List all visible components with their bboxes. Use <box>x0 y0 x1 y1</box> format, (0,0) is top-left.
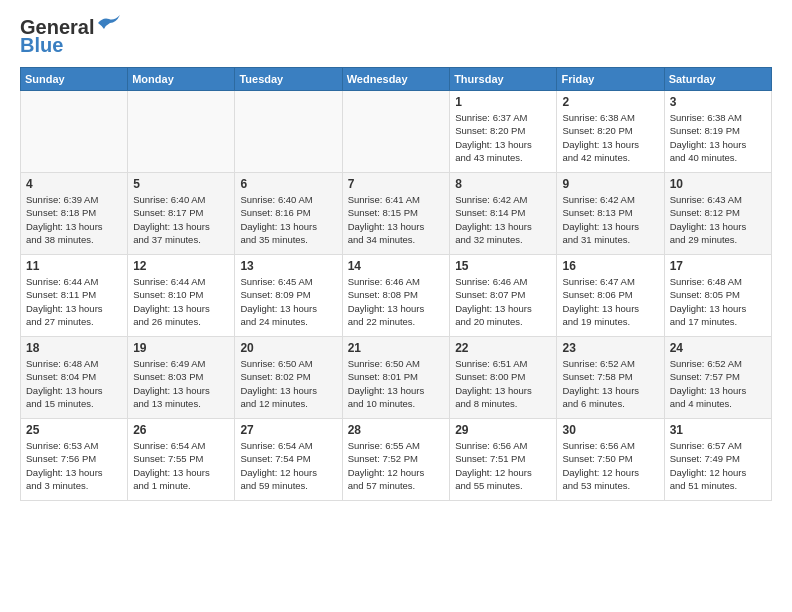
day-info: Sunrise: 6:48 AM Sunset: 8:04 PM Dayligh… <box>26 357 122 410</box>
day-number: 24 <box>670 341 766 355</box>
day-number: 9 <box>562 177 658 191</box>
calendar-cell: 10Sunrise: 6:43 AM Sunset: 8:12 PM Dayli… <box>664 173 771 255</box>
day-number: 10 <box>670 177 766 191</box>
calendar-cell: 25Sunrise: 6:53 AM Sunset: 7:56 PM Dayli… <box>21 419 128 501</box>
day-number: 23 <box>562 341 658 355</box>
calendar-cell: 11Sunrise: 6:44 AM Sunset: 8:11 PM Dayli… <box>21 255 128 337</box>
day-number: 18 <box>26 341 122 355</box>
day-info: Sunrise: 6:44 AM Sunset: 8:11 PM Dayligh… <box>26 275 122 328</box>
calendar-cell: 4Sunrise: 6:39 AM Sunset: 8:18 PM Daylig… <box>21 173 128 255</box>
calendar-cell: 15Sunrise: 6:46 AM Sunset: 8:07 PM Dayli… <box>450 255 557 337</box>
calendar-week-row: 4Sunrise: 6:39 AM Sunset: 8:18 PM Daylig… <box>21 173 772 255</box>
logo-bird-icon <box>98 15 120 31</box>
calendar-cell: 3Sunrise: 6:38 AM Sunset: 8:19 PM Daylig… <box>664 91 771 173</box>
weekday-header: Wednesday <box>342 68 449 91</box>
calendar-cell: 23Sunrise: 6:52 AM Sunset: 7:58 PM Dayli… <box>557 337 664 419</box>
day-info: Sunrise: 6:57 AM Sunset: 7:49 PM Dayligh… <box>670 439 766 492</box>
calendar-cell: 17Sunrise: 6:48 AM Sunset: 8:05 PM Dayli… <box>664 255 771 337</box>
calendar-header: SundayMondayTuesdayWednesdayThursdayFrid… <box>21 68 772 91</box>
calendar-cell <box>342 91 449 173</box>
day-info: Sunrise: 6:56 AM Sunset: 7:50 PM Dayligh… <box>562 439 658 492</box>
day-info: Sunrise: 6:38 AM Sunset: 8:19 PM Dayligh… <box>670 111 766 164</box>
day-number: 15 <box>455 259 551 273</box>
day-info: Sunrise: 6:40 AM Sunset: 8:16 PM Dayligh… <box>240 193 336 246</box>
day-info: Sunrise: 6:39 AM Sunset: 8:18 PM Dayligh… <box>26 193 122 246</box>
day-info: Sunrise: 6:50 AM Sunset: 8:02 PM Dayligh… <box>240 357 336 410</box>
day-number: 20 <box>240 341 336 355</box>
day-number: 22 <box>455 341 551 355</box>
day-info: Sunrise: 6:45 AM Sunset: 8:09 PM Dayligh… <box>240 275 336 328</box>
day-info: Sunrise: 6:38 AM Sunset: 8:20 PM Dayligh… <box>562 111 658 164</box>
calendar-cell: 18Sunrise: 6:48 AM Sunset: 8:04 PM Dayli… <box>21 337 128 419</box>
day-info: Sunrise: 6:54 AM Sunset: 7:54 PM Dayligh… <box>240 439 336 492</box>
day-info: Sunrise: 6:46 AM Sunset: 8:08 PM Dayligh… <box>348 275 444 328</box>
calendar-cell: 29Sunrise: 6:56 AM Sunset: 7:51 PM Dayli… <box>450 419 557 501</box>
calendar-cell: 16Sunrise: 6:47 AM Sunset: 8:06 PM Dayli… <box>557 255 664 337</box>
calendar-cell <box>235 91 342 173</box>
day-number: 21 <box>348 341 444 355</box>
calendar-cell: 22Sunrise: 6:51 AM Sunset: 8:00 PM Dayli… <box>450 337 557 419</box>
calendar-cell: 30Sunrise: 6:56 AM Sunset: 7:50 PM Dayli… <box>557 419 664 501</box>
day-info: Sunrise: 6:56 AM Sunset: 7:51 PM Dayligh… <box>455 439 551 492</box>
day-info: Sunrise: 6:43 AM Sunset: 8:12 PM Dayligh… <box>670 193 766 246</box>
day-info: Sunrise: 6:50 AM Sunset: 8:01 PM Dayligh… <box>348 357 444 410</box>
day-info: Sunrise: 6:41 AM Sunset: 8:15 PM Dayligh… <box>348 193 444 246</box>
day-number: 14 <box>348 259 444 273</box>
day-info: Sunrise: 6:37 AM Sunset: 8:20 PM Dayligh… <box>455 111 551 164</box>
calendar-cell: 24Sunrise: 6:52 AM Sunset: 7:57 PM Dayli… <box>664 337 771 419</box>
calendar-cell: 8Sunrise: 6:42 AM Sunset: 8:14 PM Daylig… <box>450 173 557 255</box>
day-info: Sunrise: 6:52 AM Sunset: 7:58 PM Dayligh… <box>562 357 658 410</box>
day-info: Sunrise: 6:47 AM Sunset: 8:06 PM Dayligh… <box>562 275 658 328</box>
calendar-cell: 21Sunrise: 6:50 AM Sunset: 8:01 PM Dayli… <box>342 337 449 419</box>
day-number: 16 <box>562 259 658 273</box>
weekday-header: Friday <box>557 68 664 91</box>
day-number: 26 <box>133 423 229 437</box>
weekday-header: Tuesday <box>235 68 342 91</box>
weekday-header-row: SundayMondayTuesdayWednesdayThursdayFrid… <box>21 68 772 91</box>
day-number: 27 <box>240 423 336 437</box>
calendar-cell: 28Sunrise: 6:55 AM Sunset: 7:52 PM Dayli… <box>342 419 449 501</box>
calendar-table: SundayMondayTuesdayWednesdayThursdayFrid… <box>20 67 772 501</box>
day-info: Sunrise: 6:40 AM Sunset: 8:17 PM Dayligh… <box>133 193 229 246</box>
day-number: 4 <box>26 177 122 191</box>
day-number: 29 <box>455 423 551 437</box>
calendar-week-row: 25Sunrise: 6:53 AM Sunset: 7:56 PM Dayli… <box>21 419 772 501</box>
calendar-cell: 12Sunrise: 6:44 AM Sunset: 8:10 PM Dayli… <box>128 255 235 337</box>
weekday-header: Sunday <box>21 68 128 91</box>
calendar-cell: 9Sunrise: 6:42 AM Sunset: 8:13 PM Daylig… <box>557 173 664 255</box>
calendar-cell <box>21 91 128 173</box>
day-number: 2 <box>562 95 658 109</box>
weekday-header: Monday <box>128 68 235 91</box>
calendar-week-row: 11Sunrise: 6:44 AM Sunset: 8:11 PM Dayli… <box>21 255 772 337</box>
calendar-cell <box>128 91 235 173</box>
day-info: Sunrise: 6:52 AM Sunset: 7:57 PM Dayligh… <box>670 357 766 410</box>
calendar-week-row: 18Sunrise: 6:48 AM Sunset: 8:04 PM Dayli… <box>21 337 772 419</box>
calendar-cell: 1Sunrise: 6:37 AM Sunset: 8:20 PM Daylig… <box>450 91 557 173</box>
day-number: 5 <box>133 177 229 191</box>
day-info: Sunrise: 6:49 AM Sunset: 8:03 PM Dayligh… <box>133 357 229 410</box>
calendar-body: 1Sunrise: 6:37 AM Sunset: 8:20 PM Daylig… <box>21 91 772 501</box>
calendar-cell: 26Sunrise: 6:54 AM Sunset: 7:55 PM Dayli… <box>128 419 235 501</box>
calendar-cell: 20Sunrise: 6:50 AM Sunset: 8:02 PM Dayli… <box>235 337 342 419</box>
day-info: Sunrise: 6:44 AM Sunset: 8:10 PM Dayligh… <box>133 275 229 328</box>
logo: General Blue <box>20 16 120 57</box>
day-number: 12 <box>133 259 229 273</box>
day-number: 25 <box>26 423 122 437</box>
weekday-header: Saturday <box>664 68 771 91</box>
day-info: Sunrise: 6:48 AM Sunset: 8:05 PM Dayligh… <box>670 275 766 328</box>
day-number: 28 <box>348 423 444 437</box>
calendar-week-row: 1Sunrise: 6:37 AM Sunset: 8:20 PM Daylig… <box>21 91 772 173</box>
logo-blue: Blue <box>20 34 63 57</box>
calendar-cell: 7Sunrise: 6:41 AM Sunset: 8:15 PM Daylig… <box>342 173 449 255</box>
day-number: 31 <box>670 423 766 437</box>
calendar-cell: 13Sunrise: 6:45 AM Sunset: 8:09 PM Dayli… <box>235 255 342 337</box>
day-number: 8 <box>455 177 551 191</box>
day-number: 17 <box>670 259 766 273</box>
calendar-cell: 2Sunrise: 6:38 AM Sunset: 8:20 PM Daylig… <box>557 91 664 173</box>
day-info: Sunrise: 6:42 AM Sunset: 8:13 PM Dayligh… <box>562 193 658 246</box>
day-info: Sunrise: 6:42 AM Sunset: 8:14 PM Dayligh… <box>455 193 551 246</box>
day-number: 11 <box>26 259 122 273</box>
calendar-cell: 14Sunrise: 6:46 AM Sunset: 8:08 PM Dayli… <box>342 255 449 337</box>
day-number: 19 <box>133 341 229 355</box>
calendar-cell: 27Sunrise: 6:54 AM Sunset: 7:54 PM Dayli… <box>235 419 342 501</box>
